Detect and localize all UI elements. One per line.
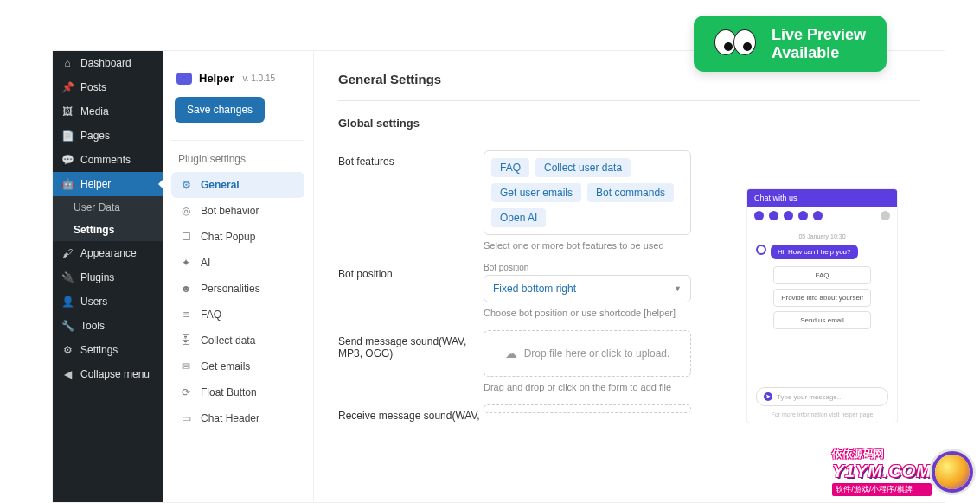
sidebar-item-dashboard[interactable]: ⌂Dashboard [53,51,163,75]
sidebar-item-posts[interactable]: 📌Posts [53,75,163,99]
ps-item-emails[interactable]: ✉Get emails [171,353,304,379]
watermark-tags: 软件/游戏/小程序/棋牌 [832,483,932,496]
send-sound-hint: Drag and drop or click on the form to ad… [484,382,691,392]
sidebar-label: Users [80,296,107,308]
eyes-icon [714,29,756,59]
ps-label: Personalities [201,283,260,295]
ps-label: AI [201,257,210,269]
sidebar-label: Tools [80,320,105,332]
live-preview-line2: Available [772,44,866,62]
sidebar-sub-userdata[interactable]: User Data [53,196,163,219]
recv-sound-dropzone[interactable] [484,404,691,413]
sidebar-label: Posts [80,81,106,93]
sparkle-icon: ✦ [180,257,192,269]
chip-collect[interactable]: Collect user data [535,158,631,177]
dashboard-icon: ⌂ [61,57,74,69]
sidebar-sub-settings[interactable]: Settings [53,219,163,241]
messenger-icon[interactable] [813,211,823,220]
chevron-down-icon: ▼ [674,284,682,293]
send-sound-label: Send message sound(WAV, MP3, OGG) [338,330,484,360]
close-icon[interactable] [881,211,890,220]
watermark-brand: 依依源码网 [832,447,932,462]
ps-label: Get emails [201,360,250,372]
preview-opt-info[interactable]: Provide info about yourself [773,289,871,307]
page-icon: 📄 [61,130,74,142]
ps-label: Collect data [201,334,255,347]
chip-commands[interactable]: Bot commands [587,183,674,202]
plug-icon: 🔌 [61,271,74,283]
sidebar-label: Collapse menu [80,368,150,380]
chip-faq[interactable]: FAQ [491,158,529,177]
ps-item-behavior[interactable]: ◎Bot behavior [171,198,304,224]
ps-item-ai[interactable]: ✦AI [171,250,304,276]
sidebar-item-comments[interactable]: 💬Comments [53,148,163,172]
gear-icon: ⚙ [180,179,192,191]
sidebar-label: Settings [80,344,118,356]
position-label: Bot position [338,263,484,280]
helper-logo-icon [176,73,192,85]
watermark-orb-icon [935,455,970,489]
preview-message: Hi! How can I help you? [756,245,888,259]
sidebar-item-collapse[interactable]: ◀Collapse menu [53,362,163,386]
avatar-icon [756,245,766,255]
plugin-name: Helper [199,72,234,85]
send-icon[interactable]: ➤ [764,392,772,401]
ps-label: Float Button [201,386,257,398]
sidebar-item-appearance[interactable]: 🖌Appearance [53,241,163,265]
sidebar-item-plugins[interactable]: 🔌Plugins [53,265,163,290]
refresh-icon: ⟳ [180,386,192,398]
live-preview-badge[interactable]: Live Preview Available [694,16,887,72]
pin-icon: 📌 [61,81,74,93]
chip-emails[interactable]: Get user emails [491,183,581,202]
collapse-icon: ◀ [61,368,74,380]
ps-item-popup[interactable]: ☐Chat Popup [171,224,304,250]
sidebar-item-pages[interactable]: 📄Pages [53,124,163,148]
chat-preview: Chat with us 05 January 10:30 Hi! How ca… [746,188,898,423]
position-select[interactable]: Fixed bottom right ▼ [484,275,691,302]
plugin-sidebar: Helper v. 1.0.15 Save changes Plugin set… [163,51,314,502]
ps-label: Chat Popup [201,231,255,243]
ps-item-personalities[interactable]: ☻Personalities [171,276,304,302]
sidebar-label: Plugins [80,271,114,283]
sidebar-item-settings[interactable]: ⚙Settings [53,338,163,362]
ps-item-general[interactable]: ⚙General [171,172,304,198]
divider [171,140,304,141]
chip-openai[interactable]: Open AI [491,208,546,227]
sidebar-item-users[interactable]: 👤Users [53,290,163,314]
ps-item-header[interactable]: ▭Chat Header [171,405,304,431]
viber-icon[interactable] [784,211,793,220]
sidebar-item-tools[interactable]: 🔧Tools [53,314,163,338]
plugin-settings-heading: Plugin settings [171,146,304,172]
sidebar-label: Helper [80,178,111,190]
face-icon: ☻ [180,283,192,295]
section-heading: Global settings [338,117,920,130]
ps-item-faq[interactable]: ≡FAQ [171,302,304,328]
save-button[interactable]: Save changes [175,97,265,123]
facebook-icon[interactable] [798,211,808,220]
position-value: Fixed bottom right [493,283,576,295]
whatsapp-icon[interactable] [754,211,764,220]
wp-sidebar: ⌂Dashboard 📌Posts 🖼Media 📄Pages 💬Comment… [53,51,163,502]
dropzone-text: Drop file here or click to upload. [524,347,670,360]
send-sound-dropzone[interactable]: ☁ Drop file here or click to upload. [484,330,691,377]
preview-input[interactable]: ➤ Type your message... [756,387,888,406]
ps-item-collect[interactable]: 🗄Collect data [171,328,304,353]
preview-opt-faq[interactable]: FAQ [773,266,871,284]
features-chipbox[interactable]: FAQ Collect user data Get user emails Bo… [484,150,691,235]
recv-sound-label: Receive message sound(WAV, [338,404,484,422]
sidebar-item-media[interactable]: 🖼Media [53,99,163,124]
plugin-version: v. 1.0.15 [242,73,275,83]
preview-timestamp: 05 January 10:30 [756,233,888,239]
media-icon: 🖼 [61,105,74,118]
ps-label: Bot behavior [201,205,259,217]
live-preview-line1: Live Preview [772,26,866,44]
sidebar-item-helper[interactable]: 🤖Helper [53,172,163,196]
gear-icon: ⚙ [61,344,74,356]
preview-opt-email[interactable]: Send us email [773,311,871,329]
watermark-domain: Y1YM.COM [832,462,932,481]
telegram-icon[interactable] [769,211,778,220]
ps-item-float[interactable]: ⟳Float Button [171,379,304,405]
preview-header: Chat with us [747,189,897,207]
page-title: General Settings [338,72,920,86]
ps-label: FAQ [201,309,221,321]
